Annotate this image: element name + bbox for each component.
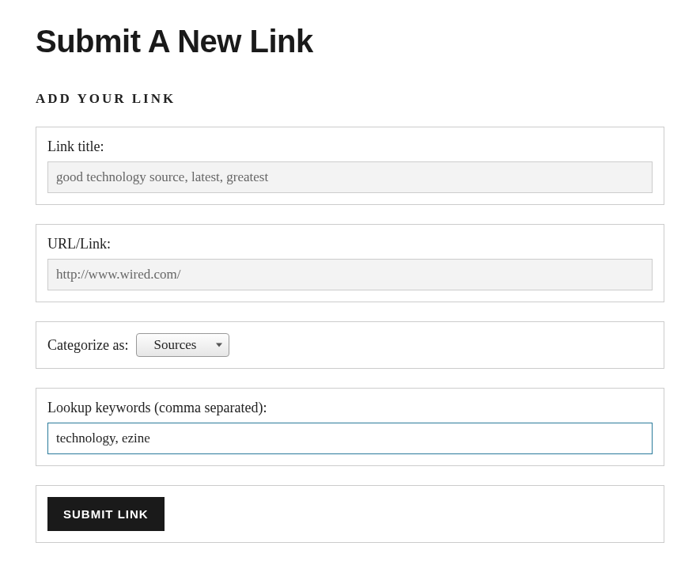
categorize-label: Categorize as: [47,337,128,354]
keywords-input[interactable] [47,423,653,454]
url-link-group: URL/Link: [36,224,664,302]
link-title-group: Link title: [36,127,664,205]
page-title: Submit A New Link [36,24,664,59]
keywords-group: Lookup keywords (comma separated): [36,388,664,466]
categorize-group: Categorize as: Sources [36,321,664,369]
categorize-select[interactable]: Sources [136,333,229,357]
url-link-label: URL/Link: [47,236,653,252]
link-title-input[interactable] [47,161,653,193]
submit-group: SUBMIT LINK [36,485,664,543]
keywords-label: Lookup keywords (comma separated): [47,400,653,416]
link-title-label: Link title: [47,138,653,155]
section-heading: ADD YOUR LINK [36,91,664,107]
submit-link-button[interactable]: SUBMIT LINK [47,497,165,531]
url-link-input[interactable] [47,259,653,290]
